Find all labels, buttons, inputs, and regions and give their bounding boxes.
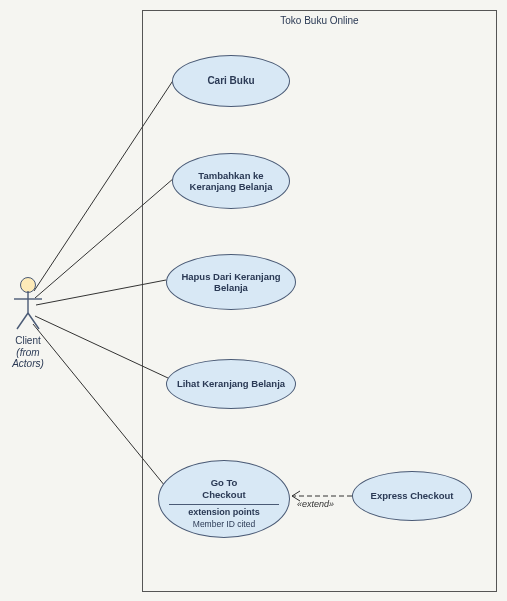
usecase-label: Go To Checkout	[202, 477, 245, 500]
extension-points-header: extension points	[169, 507, 280, 518]
usecase-label: Tambahkan ke Keranjang Belanja	[190, 170, 273, 193]
usecase-goto-checkout: Go To Checkout extension points Member I…	[158, 460, 290, 538]
usecase-hapus-keranjang: Hapus Dari Keranjang Belanja	[166, 254, 296, 310]
usecase-tambah-keranjang: Tambahkan ke Keranjang Belanja	[172, 153, 290, 209]
actor-from: (from Actors)	[6, 347, 50, 370]
svg-line-3	[28, 313, 39, 329]
usecase-express-checkout: Express Checkout	[352, 471, 472, 521]
usecase-label: Cari Buku	[207, 75, 254, 87]
usecase-cari-buku: Cari Buku	[172, 55, 290, 107]
actor-label: Client (from Actors)	[6, 335, 50, 370]
usecase-lihat-keranjang: Lihat Keranjang Belanja	[166, 359, 296, 409]
actor-name: Client	[6, 335, 50, 347]
extension-point-item: Member ID cited	[169, 519, 280, 529]
svg-line-2	[17, 313, 28, 329]
extension-points-block: extension points Member ID cited	[169, 504, 280, 529]
system-title: Toko Buku Online	[143, 15, 496, 26]
usecase-label: Lihat Keranjang Belanja	[177, 378, 285, 389]
diagram-stage: Toko Buku Online «extend» Client (from A…	[0, 0, 507, 601]
extend-stereotype: «extend»	[297, 499, 334, 509]
usecase-label: Hapus Dari Keranjang Belanja	[181, 271, 280, 294]
usecase-label: Express Checkout	[371, 490, 454, 501]
actor-body-icon	[14, 291, 42, 331]
